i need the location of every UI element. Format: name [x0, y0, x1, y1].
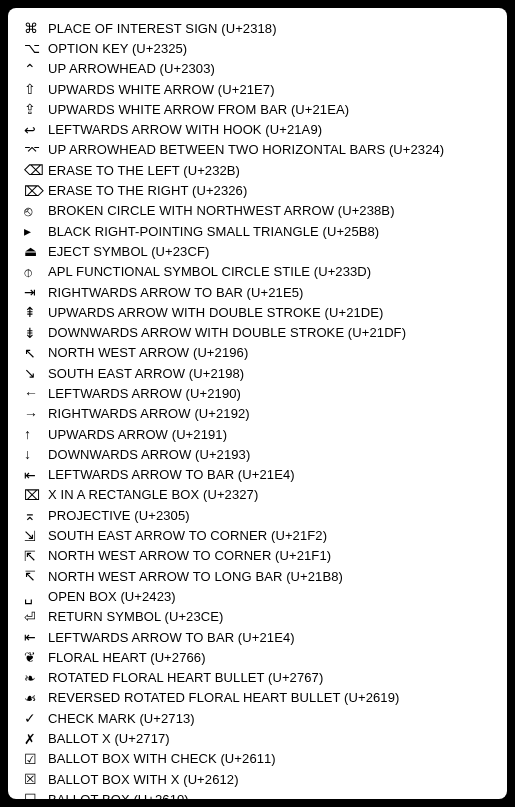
glyph-icon: ↑ [20, 426, 48, 442]
glyph-icon: ⌘ [20, 20, 48, 36]
list-item: ☒BALLOT BOX WITH X (U+2612) [20, 769, 495, 789]
list-item: ☑BALLOT BOX WITH CHECK (U+2611) [20, 749, 495, 769]
glyph-label: UPWARDS ARROW (U+2191) [48, 427, 227, 442]
glyph-icon: ␣ [20, 588, 48, 604]
glyph-label: DOWNWARDS ARROW (U+2193) [48, 447, 250, 462]
glyph-label: RETURN SYMBOL (U+23CE) [48, 609, 223, 624]
glyph-icon: ↓ [20, 446, 48, 462]
glyph-icon: ⇥ [20, 284, 48, 300]
glyph-label: PLACE OF INTEREST SIGN (U+2318) [48, 21, 277, 36]
glyph-icon: ↖ [20, 345, 48, 361]
list-item: ⇞UPWARDS ARROW WITH DOUBLE STROKE (U+21D… [20, 302, 495, 322]
glyph-icon: ⌽ [20, 264, 48, 280]
glyph-label: ERASE TO THE RIGHT (U+2326) [48, 183, 247, 198]
list-item: ⌫ERASE TO THE LEFT (U+232B) [20, 160, 495, 180]
glyph-label: UP ARROWHEAD (U+2303) [48, 61, 215, 76]
glyph-icon: ⇤ [20, 467, 48, 483]
glyph-label: DOWNWARDS ARROW WITH DOUBLE STROKE (U+21… [48, 325, 406, 340]
glyph-icon: ⌧ [20, 487, 48, 503]
glyph-label: UPWARDS WHITE ARROW FROM BAR (U+21EA) [48, 102, 349, 117]
list-item: ↸NORTH WEST ARROW TO LONG BAR (U+21B8) [20, 566, 495, 586]
list-item: ↖NORTH WEST ARROW (U+2196) [20, 343, 495, 363]
list-item: ↩LEFTWARDS ARROW WITH HOOK (U+21A9) [20, 119, 495, 139]
glyph-label: LEFTWARDS ARROW TO BAR (U+21E4) [48, 467, 295, 482]
list-item: ⇱NORTH WEST ARROW TO CORNER (U+21F1) [20, 546, 495, 566]
glyph-label: LEFTWARDS ARROW TO BAR (U+21E4) [48, 630, 295, 645]
glyph-icon: ⏎ [20, 609, 48, 625]
glyph-icon: ✓ [20, 710, 48, 726]
list-item: ⌃UP ARROWHEAD (U+2303) [20, 59, 495, 79]
glyph-label: RIGHTWARDS ARROW TO BAR (U+21E5) [48, 285, 303, 300]
character-list: ⌘PLACE OF INTEREST SIGN (U+2318)⌥OPTION … [20, 18, 495, 799]
glyph-label: SOUTH EAST ARROW (U+2198) [48, 366, 244, 381]
list-item: ❧ROTATED FLORAL HEART BULLET (U+2767) [20, 668, 495, 688]
glyph-label: ROTATED FLORAL HEART BULLET (U+2767) [48, 670, 323, 685]
list-item: ↓DOWNWARDS ARROW (U+2193) [20, 444, 495, 464]
glyph-icon: ↩ [20, 122, 48, 138]
glyph-icon: ☑ [20, 751, 48, 767]
glyph-icon: ⌤ [20, 142, 48, 158]
list-item: ⇤LEFTWARDS ARROW TO BAR (U+21E4) [20, 465, 495, 485]
glyph-label: CHECK MARK (U+2713) [48, 711, 195, 726]
list-item: ☐BALLOT BOX (U+2610) [20, 789, 495, 799]
list-item: ⌧X IN A RECTANGLE BOX (U+2327) [20, 485, 495, 505]
character-list-window: ⌘PLACE OF INTEREST SIGN (U+2318)⌥OPTION … [8, 8, 507, 799]
glyph-label: PROJECTIVE (U+2305) [48, 508, 190, 523]
glyph-label: SOUTH EAST ARROW TO CORNER (U+21F2) [48, 528, 327, 543]
list-item: ↘SOUTH EAST ARROW (U+2198) [20, 363, 495, 383]
glyph-label: UPWARDS ARROW WITH DOUBLE STROKE (U+21DE… [48, 305, 384, 320]
glyph-icon: ↘ [20, 365, 48, 381]
glyph-label: BROKEN CIRCLE WITH NORTHWEST ARROW (U+23… [48, 203, 395, 218]
glyph-label: NORTH WEST ARROW TO LONG BAR (U+21B8) [48, 569, 343, 584]
list-item: ✗BALLOT X (U+2717) [20, 728, 495, 748]
glyph-label: RIGHTWARDS ARROW (U+2192) [48, 406, 250, 421]
glyph-label: BALLOT BOX (U+2610) [48, 792, 189, 799]
glyph-icon: ⏏ [20, 243, 48, 259]
glyph-icon: ⌫ [20, 162, 48, 178]
list-item: ⌽APL FUNCTIONAL SYMBOL CIRCLE STILE (U+2… [20, 262, 495, 282]
glyph-icon: ❧ [20, 670, 48, 686]
list-item: ⇪UPWARDS WHITE ARROW FROM BAR (U+21EA) [20, 99, 495, 119]
glyph-icon: ⇲ [20, 528, 48, 544]
list-item: ⌦ERASE TO THE RIGHT (U+2326) [20, 180, 495, 200]
list-item: ✓CHECK MARK (U+2713) [20, 708, 495, 728]
list-item: ❦FLORAL HEART (U+2766) [20, 647, 495, 667]
glyph-label: LEFTWARDS ARROW WITH HOOK (U+21A9) [48, 122, 322, 137]
list-item: ⏎RETURN SYMBOL (U+23CE) [20, 607, 495, 627]
glyph-icon: ⎋ [20, 203, 48, 219]
glyph-label: FLORAL HEART (U+2766) [48, 650, 206, 665]
glyph-icon: → [20, 406, 48, 422]
glyph-icon: ⇱ [20, 548, 48, 564]
glyph-icon: ⇧ [20, 81, 48, 97]
list-item: →RIGHTWARDS ARROW (U+2192) [20, 404, 495, 424]
list-item: ⇧UPWARDS WHITE ARROW (U+21E7) [20, 79, 495, 99]
glyph-icon: ⌦ [20, 183, 48, 199]
glyph-icon: ⌥ [20, 40, 48, 56]
glyph-icon: ⇞ [20, 304, 48, 320]
list-item: ⇥RIGHTWARDS ARROW TO BAR (U+21E5) [20, 282, 495, 302]
glyph-icon: ⇤ [20, 629, 48, 645]
glyph-label: NORTH WEST ARROW TO CORNER (U+21F1) [48, 548, 331, 563]
glyph-icon: ✗ [20, 731, 48, 747]
glyph-icon: ⇪ [20, 101, 48, 117]
glyph-label: UPWARDS WHITE ARROW (U+21E7) [48, 82, 275, 97]
glyph-icon: ❦ [20, 649, 48, 665]
list-item: ↑UPWARDS ARROW (U+2191) [20, 424, 495, 444]
list-item: ⎋BROKEN CIRCLE WITH NORTHWEST ARROW (U+2… [20, 201, 495, 221]
glyph-label: LEFTWARDS ARROW (U+2190) [48, 386, 241, 401]
glyph-label: APL FUNCTIONAL SYMBOL CIRCLE STILE (U+23… [48, 264, 371, 279]
glyph-icon: ⌅ [20, 507, 48, 523]
glyph-label: BALLOT BOX WITH CHECK (U+2611) [48, 751, 276, 766]
list-item: ⌘PLACE OF INTEREST SIGN (U+2318) [20, 18, 495, 38]
glyph-label: REVERSED ROTATED FLORAL HEART BULLET (U+… [48, 690, 399, 705]
glyph-icon: ↸ [20, 568, 48, 584]
glyph-icon: ▸ [20, 223, 48, 239]
glyph-icon: ☐ [20, 791, 48, 799]
glyph-label: BLACK RIGHT-POINTING SMALL TRIANGLE (U+2… [48, 224, 379, 239]
list-item: ⇟DOWNWARDS ARROW WITH DOUBLE STROKE (U+2… [20, 322, 495, 342]
list-item: ⌤UP ARROWHEAD BETWEEN TWO HORIZONTAL BAR… [20, 140, 495, 160]
glyph-label: UP ARROWHEAD BETWEEN TWO HORIZONTAL BARS… [48, 142, 444, 157]
glyph-icon: ⇟ [20, 325, 48, 341]
glyph-icon: ⌃ [20, 61, 48, 77]
glyph-label: BALLOT BOX WITH X (U+2612) [48, 772, 239, 787]
